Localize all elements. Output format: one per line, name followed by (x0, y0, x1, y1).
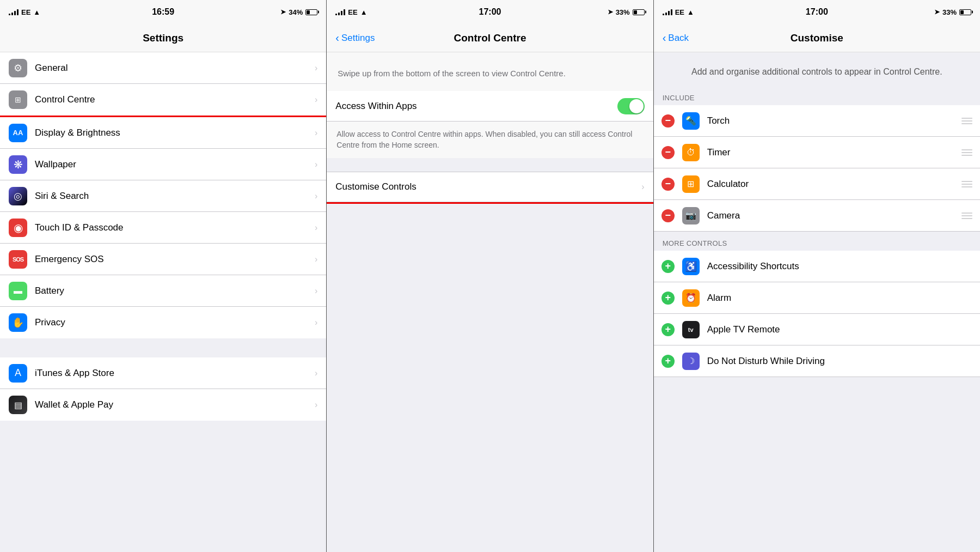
settings-group-mid: AA Display & Brightness › ❋ Wallpaper › … (0, 117, 326, 338)
time-label: 16:59 (152, 7, 174, 17)
battery-pct: 33% (942, 8, 957, 16)
accessibility-icon: ♿ (682, 258, 700, 275)
chevron-icon: › (315, 318, 317, 327)
drag-handle[interactable] (961, 118, 972, 124)
chevron-left-icon: ‹ (663, 32, 666, 44)
control-item-accessibility[interactable]: + ♿ Accessibility Shortcuts (654, 251, 980, 282)
chevron-icon: › (315, 286, 317, 296)
status-bar-1: EE ▲ 16:59 ➤ 34% (0, 0, 326, 24)
control-item-calculator[interactable]: − ⊞ Calculator (654, 168, 980, 200)
settings-item-control-centre[interactable]: ⊞ Control Centre › (0, 84, 326, 116)
toggle-knob (629, 99, 644, 113)
timer-icon: ⏱ (682, 144, 700, 161)
gear-icon: ⚙ (9, 59, 27, 77)
chevron-icon: › (315, 63, 317, 73)
customise-content: Add and organise additional controls to … (654, 52, 980, 552)
drag-handle[interactable] (961, 213, 972, 219)
drag-handle[interactable] (961, 149, 972, 156)
more-controls-label: MORE CONTROLS (663, 239, 727, 247)
chevron-icon: › (315, 191, 317, 201)
battery-pct: 33% (616, 8, 630, 16)
control-item-torch[interactable]: − 🔦 Torch (654, 105, 980, 137)
remove-calculator-button[interactable]: − (661, 178, 675, 191)
calculator-icon: ⊞ (682, 175, 700, 193)
back-button[interactable]: ‹ Settings (335, 32, 375, 44)
donotdisturb-icon: ☽ (682, 353, 700, 370)
add-alarm-button[interactable]: + (661, 292, 675, 305)
cc-info-text: Swipe up from the bottom of the screen t… (338, 68, 642, 79)
chevron-icon: › (315, 400, 317, 410)
timer-label: Timer (707, 147, 961, 158)
calculator-label: Calculator (707, 179, 961, 190)
more-controls-section-header: MORE CONTROLS (654, 232, 980, 251)
battery-icon (959, 9, 971, 15)
torch-icon: 🔦 (682, 112, 700, 130)
add-appletv-button[interactable]: + (661, 323, 675, 336)
chevron-left-icon: ‹ (335, 32, 339, 44)
chevron-icon: › (315, 254, 317, 264)
display-label: Display & Brightness (35, 128, 315, 138)
drag-handle[interactable] (961, 181, 972, 187)
settings-item-touchid[interactable]: ◉ Touch ID & Passcode › (0, 212, 326, 244)
more-controls-list: + ♿ Accessibility Shortcuts + ⏰ Alarm + … (654, 251, 980, 377)
access-toggle[interactable] (617, 98, 645, 114)
settings-item-battery[interactable]: ▬ Battery › (0, 275, 326, 307)
sos-label: Emergency SOS (35, 254, 315, 265)
wifi-icon: ▲ (33, 8, 40, 16)
settings-item-display[interactable]: AA Display & Brightness › (0, 117, 326, 149)
chevron-icon: › (315, 223, 317, 233)
control-centre-label: Control Centre (35, 94, 315, 105)
location-icon: ➤ (280, 8, 286, 16)
location-icon: ➤ (934, 8, 940, 16)
include-list: − 🔦 Torch − ⏱ Timer − ⊞ Calculator (654, 105, 980, 232)
add-accessibility-button[interactable]: + (661, 260, 675, 273)
signal-icon (663, 9, 672, 15)
status-bar-2: EE ▲ 17:00 ➤ 33% (327, 0, 653, 24)
carrier-label: EE (21, 8, 30, 16)
include-section-header: INCLUDE (654, 89, 980, 105)
red-underline (327, 202, 653, 204)
privacy-label: Privacy (35, 317, 315, 328)
alarm-icon: ⏰ (682, 289, 700, 307)
siri-label: Siri & Search (35, 191, 315, 202)
chevron-icon: › (315, 128, 317, 138)
donotdisturb-label: Do Not Disturb While Driving (707, 356, 972, 367)
torch-label: Torch (707, 116, 961, 126)
customise-controls-row[interactable]: Customise Controls › (327, 172, 653, 202)
battery-label: Battery (35, 286, 315, 296)
settings-item-wallpaper[interactable]: ❋ Wallpaper › (0, 149, 326, 180)
itunes-icon: A (9, 364, 27, 383)
remove-torch-button[interactable]: − (661, 114, 675, 128)
customise-nav: ‹ Back Customise (654, 24, 980, 52)
control-item-donotdisturb[interactable]: + ☽ Do Not Disturb While Driving (654, 345, 980, 377)
remove-timer-button[interactable]: − (661, 146, 675, 159)
phone-1: EE ▲ 16:59 ➤ 34% Settings ⚙ General › ⊞ … (0, 0, 327, 552)
wallet-label: Wallet & Apple Pay (35, 399, 315, 410)
remove-camera-button[interactable]: − (661, 209, 675, 222)
control-item-timer[interactable]: − ⏱ Timer (654, 137, 980, 168)
settings-item-itunes[interactable]: A iTunes & App Store › (0, 357, 326, 389)
siri-icon: ◎ (9, 187, 27, 205)
settings-item-siri[interactable]: ◎ Siri & Search › (0, 180, 326, 212)
settings-item-privacy[interactable]: ✋ Privacy › (0, 307, 326, 338)
settings-item-sos[interactable]: SOS Emergency SOS › (0, 244, 326, 275)
control-item-alarm[interactable]: + ⏰ Alarm (654, 282, 980, 314)
include-label: INCLUDE (663, 94, 695, 102)
access-within-apps-row[interactable]: Access Within Apps (327, 91, 653, 122)
back-button[interactable]: ‹ Back (663, 32, 689, 44)
customise-header-box: Add and organise additional controls to … (654, 52, 980, 89)
page-title: Settings (143, 32, 183, 44)
control-item-camera[interactable]: − 📷 Camera (654, 200, 980, 232)
page-title: Control Centre (454, 32, 526, 44)
settings-item-wallet[interactable]: ▤ Wallet & Apple Pay › (0, 389, 326, 421)
add-donotdisturb-button[interactable]: + (661, 355, 675, 368)
chevron-icon: › (315, 160, 317, 169)
battery-icon (633, 9, 645, 15)
page-title: Customise (791, 32, 843, 44)
wifi-icon: ▲ (687, 8, 694, 16)
location-icon: ➤ (608, 8, 613, 16)
back-label: Settings (341, 33, 375, 44)
settings-item-general[interactable]: ⚙ General › (0, 52, 326, 84)
section-gap (0, 338, 326, 357)
control-item-appletv[interactable]: + tv Apple TV Remote (654, 314, 980, 345)
